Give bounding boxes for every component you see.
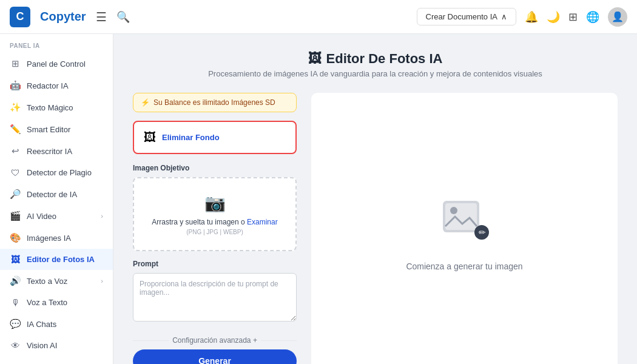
preview-image-icon: ✏ — [440, 204, 489, 252]
svg-text:✏: ✏ — [479, 228, 486, 237]
tool-card-eliminar-fondo[interactable]: 🖼 Eliminar Fondo — [133, 121, 297, 154]
page-title: 🖼 Editor De Fotos IA — [133, 51, 618, 67]
dashboard-icon: ⊞ — [10, 58, 21, 69]
detector-icon: 🔎 — [10, 189, 21, 200]
sidebar-item-ai-video[interactable]: 🎬 AI Video › — [0, 205, 113, 227]
chevron-right-icon: › — [101, 212, 103, 220]
grid-icon[interactable]: ⊞ — [568, 10, 578, 24]
chat-icon: 💬 — [10, 318, 21, 329]
generate-button[interactable]: Generar — [133, 349, 297, 364]
header-left: C Copyter ☰ 🔍 — [10, 7, 130, 27]
sidebar-label: Detector de Plagio — [27, 168, 92, 177]
video-icon: 🎬 — [10, 211, 21, 221]
photo-editor-icon: 🖼 — [10, 254, 21, 265]
sidebar-label: Reescritor IA — [27, 147, 72, 156]
lightning-icon: ⚡ — [141, 98, 150, 107]
main-content: 🖼 Editor De Fotos IA Procesamiento de im… — [113, 34, 637, 364]
logo-name: Copyter — [40, 10, 86, 24]
sidebar-label: Vision AI — [27, 341, 57, 350]
sidebar-label: Panel de Control — [27, 59, 86, 69]
speaker-icon: 🔊 — [10, 275, 21, 286]
sidebar-item-panel-control[interactable]: ⊞ Panel de Control — [0, 53, 113, 75]
logo-icon: C — [10, 7, 30, 27]
upload-formats: (PNG | JPG | WEBP) — [144, 229, 286, 235]
menu-icon[interactable]: ☰ — [96, 10, 107, 24]
sidebar-label: Smart Editor — [27, 125, 70, 134]
content-grid: ⚡ Su Balance es ilimitado Imágenes SD 🖼 … — [133, 93, 618, 364]
edit-icon: ✏️ — [10, 124, 21, 135]
left-panel: ⚡ Su Balance es ilimitado Imágenes SD 🖼 … — [133, 93, 297, 364]
preview-icon-wrapper: ✏ — [440, 195, 489, 253]
bell-icon[interactable]: 🔔 — [525, 10, 538, 24]
sidebar-item-texto-magico[interactable]: ✨ Texto Mágico — [0, 96, 113, 118]
prompt-textarea[interactable] — [133, 273, 297, 322]
sidebar-item-redactor-ia[interactable]: 🤖 Redactor IA — [0, 75, 113, 96]
balance-banner: ⚡ Su Balance es ilimitado Imágenes SD — [133, 93, 297, 112]
rewrite-icon: ↩ — [10, 146, 21, 157]
sidebar-item-reescritor-ia[interactable]: ↩ Reescritor IA — [0, 140, 113, 162]
sidebar-label: Editor de Fotos IA — [27, 255, 95, 264]
layout: PANEL IA ⊞ Panel de Control 🤖 Redactor I… — [0, 34, 637, 364]
sidebar-item-editor-fotos-ia[interactable]: 🖼 Editor de Fotos IA — [0, 249, 113, 270]
prompt-label: Prompt — [133, 260, 297, 268]
chevron-up-icon: ∧ — [501, 12, 507, 21]
preview-text: Comienza a generar tu imagen — [406, 261, 522, 271]
examinar-link[interactable]: Examinar — [247, 218, 278, 226]
image-icon: 🎨 — [10, 232, 21, 243]
advanced-config[interactable]: Configuración avanzada + — [133, 331, 297, 349]
upload-area[interactable]: 📷 Arrastra y suelta tu imagen o Examinar… — [133, 177, 297, 251]
create-doc-label: Crear Documento IA — [426, 12, 498, 21]
sidebar-item-voz-a-texto[interactable]: 🎙 Voz a Texto — [0, 292, 113, 313]
svg-rect-1 — [445, 203, 477, 230]
camera-icon: 📷 — [144, 193, 286, 213]
prompt-section: Prompt — [133, 260, 297, 324]
remove-bg-icon: 🖼 — [144, 130, 156, 144]
sidebar-label: Texto Mágico — [27, 103, 73, 112]
header: C Copyter ☰ 🔍 Crear Documento IA ∧ 🔔 🌙 ⊞… — [0, 0, 637, 34]
magic-icon: ✨ — [10, 102, 21, 113]
sidebar-item-smart-editor[interactable]: ✏️ Smart Editor — [0, 118, 113, 140]
moon-icon[interactable]: 🌙 — [547, 10, 560, 24]
photo-editor-header-icon: 🖼 — [308, 51, 322, 67]
sidebar-label: Voz a Texto — [27, 298, 67, 307]
page-subtitle: Procesamiento de imágenes IA de vanguard… — [133, 69, 618, 78]
sidebar-label: Detector de IA — [27, 190, 77, 199]
sidebar-label: Texto a Voz — [27, 277, 67, 286]
upload-text: Arrastra y suelta tu imagen o Examinar — [144, 218, 286, 226]
robot-icon: 🤖 — [10, 80, 21, 91]
svg-point-2 — [450, 207, 457, 214]
image-objetivo-label: Imagen Objetivo — [133, 164, 297, 172]
shield-icon: 🛡 — [10, 167, 21, 178]
search-icon[interactable]: 🔍 — [116, 10, 130, 24]
sidebar-label: IA Chats — [27, 320, 56, 329]
sidebar-label: Imágenes IA — [27, 234, 71, 243]
sidebar-item-detector-ia[interactable]: 🔎 Detector de IA — [0, 183, 113, 205]
create-doc-button[interactable]: Crear Documento IA ∧ — [417, 8, 517, 25]
sidebar-item-ia-chats[interactable]: 💬 IA Chats — [0, 313, 113, 335]
tool-info: Eliminar Fondo — [162, 133, 220, 142]
sidebar-section-label: PANEL IA — [0, 34, 113, 53]
globe-icon[interactable]: 🌐 — [586, 10, 599, 24]
sidebar: PANEL IA ⊞ Panel de Control 🤖 Redactor I… — [0, 34, 113, 364]
right-panel: ✏ Comienza a generar tu imagen — [311, 93, 618, 364]
sidebar-label: Redactor IA — [27, 81, 69, 90]
sidebar-label: AI Video — [27, 212, 56, 221]
header-right: Crear Documento IA ∧ 🔔 🌙 ⊞ 🌐 👤 — [417, 7, 628, 27]
sidebar-item-detector-plagio[interactable]: 🛡 Detector de Plagio — [0, 162, 113, 183]
sidebar-item-imagenes-ia[interactable]: 🎨 Imágenes IA — [0, 227, 113, 249]
chevron-right-icon: › — [101, 277, 103, 285]
sidebar-item-vision-ai[interactable]: 👁 Vision AI — [0, 335, 113, 356]
avatar[interactable]: 👤 — [608, 7, 627, 27]
page-header: 🖼 Editor De Fotos IA Procesamiento de im… — [133, 51, 618, 78]
sidebar-item-texto-a-voz[interactable]: 🔊 Texto a Voz › — [0, 270, 113, 292]
eye-icon: 👁 — [10, 340, 21, 351]
mic-icon: 🎙 — [10, 297, 21, 308]
